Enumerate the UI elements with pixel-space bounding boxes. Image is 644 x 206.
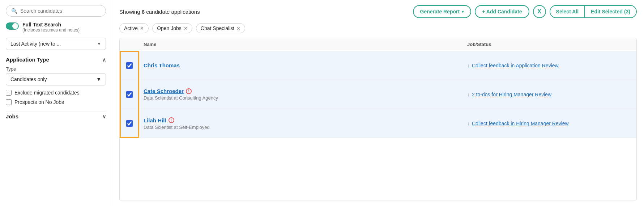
search-input[interactable] xyxy=(20,8,101,14)
generate-report-label: Generate Report xyxy=(420,9,460,14)
select-all-button[interactable]: Select All xyxy=(550,6,585,17)
status-link-1[interactable]: 2 to-dos for Hiring Manager Review xyxy=(472,92,551,97)
prospects-label: Prospects on No Jobs xyxy=(14,99,64,105)
filter-tag-active-label: Active xyxy=(124,25,138,31)
sort-label: Last Activity (new to ... xyxy=(10,41,61,47)
filter-tag-chat-specialist[interactable]: Chat Specialist ✕ xyxy=(196,23,245,33)
filter-tag-chat-specialist-label: Chat Specialist xyxy=(201,25,234,31)
warning-icon-1: ! xyxy=(186,88,192,94)
full-text-search-row: Full Text Search (Includes resumes and n… xyxy=(6,22,106,33)
table-row: Chris Thomas ↓ Collect feedback in Appli… xyxy=(120,51,636,80)
top-actions: Generate Report ▾ + Add Candidate X Sele… xyxy=(413,5,637,18)
col-job-status-header: Job/Status xyxy=(463,42,636,47)
exclude-migrated-row[interactable]: Exclude migrated candidates xyxy=(6,90,106,96)
edit-selected-label: Edit Selected (3) xyxy=(591,9,630,14)
exclude-migrated-label: Exclude migrated candidates xyxy=(14,90,80,96)
candidate-name-row-1: Cate Schroeder ! xyxy=(144,88,459,94)
candidate-name-0[interactable]: Chris Thomas xyxy=(144,62,459,68)
type-value: Candidates only xyxy=(10,76,47,82)
candidate-sub-2: Data Scientist at Self-Employed xyxy=(144,125,459,130)
jobs-section: Jobs ∨ xyxy=(6,112,106,119)
select-all-group: Select All Edit Selected (3) xyxy=(550,5,637,18)
type-chevron-icon: ▼ xyxy=(96,76,101,82)
row-status-cell-2: ↓ Collect feedback in Hiring Manager Rev… xyxy=(463,115,636,132)
add-candidate-button[interactable]: + Add Candidate xyxy=(475,5,529,18)
row-name-cell-1: Cate Schroeder ! Data Scientist at Consu… xyxy=(139,82,463,106)
table-row: Lilah Hill ! Data Scientist at Self-Empl… xyxy=(120,109,636,138)
toggle-knob xyxy=(12,23,18,29)
application-type-section: Application Type ∧ Type Candidates only … xyxy=(6,55,106,105)
exclude-migrated-checkbox[interactable] xyxy=(6,90,12,96)
generate-report-button[interactable]: Generate Report ▾ xyxy=(413,5,472,18)
col-checkbox xyxy=(120,42,139,47)
showing-text: Showing 6 candidate applications xyxy=(119,9,200,15)
filter-tag-active-remove-icon[interactable]: ✕ xyxy=(140,26,144,31)
select-all-label: Select All xyxy=(556,9,579,14)
table-header: Name Job/Status xyxy=(120,38,636,51)
row-checkbox-2[interactable] xyxy=(126,120,133,127)
candidate-name-row-2: Lilah Hill ! xyxy=(144,117,459,123)
candidates-table: Name Job/Status Chris Thomas ↓ Collect f… xyxy=(119,38,637,201)
filter-tag-open-jobs-remove-icon[interactable]: ✕ xyxy=(184,26,188,31)
candidate-sub-1: Data Scientist at Consulting Agency xyxy=(144,95,459,101)
type-dropdown[interactable]: Candidates only ▼ xyxy=(6,73,106,85)
main-content: Showing 6 candidate applications Generat… xyxy=(112,0,644,206)
full-text-title: Full Text Search xyxy=(22,22,80,28)
col-name-header: Name xyxy=(139,42,463,47)
application-type-label: Application Type xyxy=(6,56,49,63)
status-link-2[interactable]: Collect feedback in Hiring Manager Revie… xyxy=(472,121,569,126)
showing-count: 6 xyxy=(142,9,145,15)
row-name-cell-2: Lilah Hill ! Data Scientist at Self-Empl… xyxy=(139,112,463,136)
prospects-checkbox[interactable] xyxy=(6,99,12,105)
warning-icon-2: ! xyxy=(169,117,174,123)
filter-tag-active[interactable]: Active ✕ xyxy=(119,23,149,33)
row-checkbox-1[interactable] xyxy=(126,91,133,98)
x-icon: X xyxy=(537,8,541,15)
row-checkbox-0[interactable] xyxy=(126,62,133,69)
row-name-cell-0: Chris Thomas xyxy=(139,56,463,74)
row-check-cell-0 xyxy=(120,62,139,69)
chevron-up-icon[interactable]: ∧ xyxy=(102,57,106,63)
sidebar: 🔍 Full Text Search (Includes resumes and… xyxy=(0,0,112,206)
row-check-cell-2 xyxy=(120,120,139,127)
full-text-label: Full Text Search (Includes resumes and n… xyxy=(22,22,80,33)
search-box[interactable]: 🔍 xyxy=(6,5,106,17)
clear-button[interactable]: X xyxy=(533,5,546,18)
full-text-toggle[interactable] xyxy=(6,22,19,30)
row-status-cell-1: ↓ 2 to-dos for Hiring Manager Review xyxy=(463,86,636,103)
type-label: Type xyxy=(6,66,106,72)
table-rows: Chris Thomas ↓ Collect feedback in Appli… xyxy=(120,51,636,138)
type-field: Type Candidates only ▼ xyxy=(6,66,106,85)
candidate-name-2[interactable]: Lilah Hill xyxy=(144,117,166,123)
top-bar: Showing 6 candidate applications Generat… xyxy=(119,5,637,18)
full-text-sub: (Includes resumes and notes) xyxy=(22,28,80,33)
row-status-cell-0: ↓ Collect feedback in Application Review xyxy=(463,57,636,74)
chevron-down-icon: ▼ xyxy=(97,41,101,46)
jobs-label: Jobs xyxy=(6,113,18,119)
generate-report-chevron-icon: ▾ xyxy=(462,9,464,14)
sort-dropdown[interactable]: Last Activity (new to ... ▼ xyxy=(6,38,106,50)
add-candidate-label: + Add Candidate xyxy=(482,9,522,14)
filter-tag-open-jobs[interactable]: Open Jobs ✕ xyxy=(152,23,192,33)
filter-tag-chat-specialist-remove-icon[interactable]: ✕ xyxy=(236,26,240,31)
prospects-row[interactable]: Prospects on No Jobs xyxy=(6,99,106,105)
jobs-chevron-icon[interactable]: ∨ xyxy=(102,114,106,119)
candidate-name-1[interactable]: Cate Schroeder xyxy=(144,88,184,94)
status-arrow-icon-2: ↓ xyxy=(467,121,470,126)
row-check-cell-1 xyxy=(120,91,139,98)
edit-selected-button[interactable]: Edit Selected (3) xyxy=(585,6,636,17)
search-icon: 🔍 xyxy=(11,8,17,14)
status-link-0[interactable]: Collect feedback in Application Review xyxy=(472,63,559,68)
status-arrow-icon-0: ↓ xyxy=(467,63,470,68)
filter-tag-open-jobs-label: Open Jobs xyxy=(157,25,182,31)
filter-tags: Active ✕ Open Jobs ✕ Chat Specialist ✕ xyxy=(119,23,637,33)
application-type-header: Application Type ∧ xyxy=(6,55,106,63)
status-arrow-icon-1: ↓ xyxy=(467,92,470,97)
table-row: Cate Schroeder ! Data Scientist at Consu… xyxy=(120,80,636,109)
